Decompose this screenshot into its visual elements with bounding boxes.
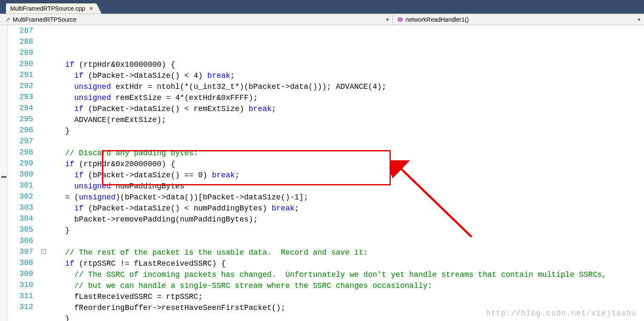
line-number: 298 bbox=[8, 147, 41, 158]
line-number: 305 bbox=[8, 224, 41, 235]
member-label: networkReadHandler1() bbox=[406, 16, 469, 23]
line-number: 304 bbox=[8, 213, 41, 224]
chevron-down-icon: ▼ bbox=[385, 17, 390, 22]
line-number: 296 bbox=[8, 125, 41, 136]
code-editor[interactable]: 2872882892902912922932942952962972982993… bbox=[0, 25, 644, 321]
outline-margin[interactable]: − bbox=[41, 25, 47, 321]
code-line[interactable]: if (bPacket->dataSize() < remExtSize) br… bbox=[47, 103, 644, 114]
line-number: 294 bbox=[8, 102, 41, 114]
line-number: 297 bbox=[8, 136, 41, 147]
line-number-gutter: 2872882892902912922932942952962972982993… bbox=[8, 25, 41, 321]
close-icon[interactable]: × bbox=[89, 5, 93, 12]
line-number: 290 bbox=[8, 58, 41, 69]
tab-bar: MultiFramedRTPSource.cpp × bbox=[0, 0, 644, 14]
code-line[interactable]: if (rtpHdr&0x10000000) { bbox=[47, 59, 644, 70]
code-line[interactable]: // The SSRC of incoming packets has chan… bbox=[47, 269, 644, 280]
line-number: 292 bbox=[8, 80, 41, 91]
method-icon bbox=[397, 17, 403, 23]
line-number: 300 bbox=[8, 169, 41, 180]
code-line[interactable] bbox=[47, 236, 644, 247]
line-number: 307 bbox=[8, 246, 41, 257]
line-number: 303 bbox=[8, 202, 41, 213]
line-number: 295 bbox=[8, 114, 41, 125]
code-line[interactable]: if (rtpHdr&0x20000000) { bbox=[47, 159, 644, 170]
scope-label: MultiFramedRTPSource bbox=[13, 16, 76, 23]
line-number: 306 bbox=[8, 235, 41, 246]
code-line[interactable] bbox=[47, 136, 644, 148]
code-line[interactable]: if (bPacket->dataSize() == 0) break; bbox=[47, 170, 644, 181]
line-number: 309 bbox=[8, 268, 41, 279]
line-number: 293 bbox=[8, 91, 41, 102]
code-line[interactable]: } bbox=[47, 125, 644, 136]
code-line[interactable]: if (bPacket->dataSize() < 4) break; bbox=[47, 70, 644, 81]
line-number: 312 bbox=[8, 301, 41, 312]
code-area[interactable]: if (rtpHdr&0x10000000) { if (bPacket->da… bbox=[47, 25, 644, 321]
code-line[interactable]: // but we can handle a single-SSRC strea… bbox=[47, 280, 644, 291]
code-line[interactable]: if (rtpSSRC != fLastReceivedSSRC) { bbox=[47, 258, 644, 269]
watermark-text: http://blog.csdn.net/xiejiashu bbox=[486, 309, 636, 318]
svg-marker-0 bbox=[398, 17, 403, 22]
line-number: 289 bbox=[8, 47, 41, 58]
navigation-bar: ↗ MultiFramedRTPSource ▼ networkReadHand… bbox=[0, 14, 644, 25]
code-line[interactable]: unsigned remExtSize = 4*(extHdr&0xFFFF); bbox=[47, 92, 644, 103]
line-number: 308 bbox=[8, 257, 41, 268]
code-line[interactable]: if (bPacket->dataSize() < numPaddingByte… bbox=[47, 203, 644, 214]
code-line[interactable]: fLastReceivedSSRC = rtpSSRC; bbox=[47, 291, 644, 302]
code-line[interactable]: // The rest of the packet is the usable … bbox=[47, 247, 644, 258]
scope-dropdown[interactable]: ↗ MultiFramedRTPSource ▼ bbox=[0, 14, 393, 25]
line-number: 287 bbox=[8, 25, 41, 36]
line-number: 311 bbox=[8, 290, 41, 301]
code-line[interactable]: ADVANCE(remExtSize); bbox=[47, 114, 644, 125]
line-number: 288 bbox=[8, 36, 41, 47]
file-tab[interactable]: MultiFramedRTPSource.cpp × bbox=[6, 3, 96, 14]
bookmark-marker[interactable] bbox=[1, 176, 6, 178]
code-line[interactable]: unsigned extHdr = ntohl(*(u_int32_t*)(bP… bbox=[47, 81, 644, 92]
line-number: 291 bbox=[8, 69, 41, 80]
code-line[interactable]: } bbox=[47, 225, 644, 236]
breakpoint-margin[interactable] bbox=[0, 25, 8, 321]
line-number: 299 bbox=[8, 158, 41, 169]
code-line[interactable]: bPacket->removePadding(numPaddingBytes); bbox=[47, 214, 644, 225]
fold-toggle-icon[interactable]: − bbox=[41, 249, 46, 254]
chevron-down-icon: ▼ bbox=[637, 17, 641, 22]
line-number: 302 bbox=[8, 191, 41, 202]
code-line[interactable]: = (unsigned)(bPacket->data())[bPacket->d… bbox=[47, 192, 644, 203]
line-number: 301 bbox=[8, 180, 41, 191]
code-line[interactable]: // Discard any padding bytes: bbox=[47, 148, 644, 159]
tab-filename: MultiFramedRTPSource.cpp bbox=[10, 5, 85, 12]
member-dropdown[interactable]: networkReadHandler1() ▼ bbox=[393, 14, 644, 25]
code-line[interactable]: unsigned numPaddingBytes bbox=[47, 181, 644, 192]
line-number: 310 bbox=[8, 279, 41, 290]
scope-icon: ↗ bbox=[5, 16, 10, 23]
